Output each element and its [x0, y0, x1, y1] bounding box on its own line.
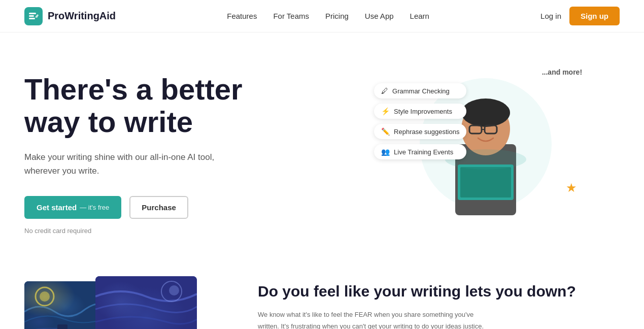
hero-illustration: 🖊 Grammar Checking ⚡ Style Improvements …	[352, 63, 620, 236]
nav-actions: Log in Sign up	[540, 7, 620, 25]
svg-rect-1	[29, 15, 34, 17]
login-link[interactable]: Log in	[540, 12, 561, 20]
svg-rect-5	[460, 167, 511, 198]
logo-text: ProWritingAid	[48, 10, 116, 22]
nav-features[interactable]: Features	[227, 12, 257, 20]
style-icon: ⚡	[381, 107, 390, 115]
navbar: ProWritingAid Features For Teams Pricing…	[0, 0, 644, 32]
grammar-icon: 🖊	[381, 87, 388, 95]
hero-subtitle: Make your writing shine with our all-in-…	[24, 150, 238, 178]
free-label: — it's free	[80, 204, 109, 211]
nav-links: Features For Teams Pricing Use App Learn	[227, 12, 429, 21]
svg-point-13	[36, 287, 54, 306]
get-started-label: Get started	[37, 203, 77, 212]
hero-buttons: Get started — it's free Purchase	[24, 196, 352, 219]
nav-pricing[interactable]: Pricing	[325, 12, 349, 20]
painting-card-2	[95, 276, 197, 329]
training-icon: 👥	[381, 148, 390, 156]
nav-learn[interactable]: Learn	[410, 12, 429, 20]
svg-point-18	[161, 281, 182, 302]
get-started-button[interactable]: Get started — it's free	[24, 196, 121, 219]
no-credit-text: No credit card required	[24, 227, 352, 235]
pill-style-label: Style Improvements	[394, 108, 452, 115]
pill-grammar: 🖊 Grammar Checking	[374, 83, 466, 98]
person-container: 🖊 Grammar Checking ⚡ Style Improvements …	[404, 63, 567, 225]
pill-training-label: Live Training Events	[394, 148, 453, 156]
section2-title-text: Do you feel like your writing lets you d…	[258, 283, 576, 300]
svg-rect-17	[95, 276, 197, 329]
feature-pills: 🖊 Grammar Checking ⚡ Style Improvements …	[374, 83, 466, 159]
nav-use-app[interactable]: Use App	[365, 12, 394, 20]
section2: My idea in my head Do you feel like your…	[0, 256, 644, 329]
logo-link[interactable]: ProWritingAid	[24, 7, 116, 25]
section2-image: My idea in my head	[24, 256, 227, 329]
pill-rephrase-label: Rephrase suggestions	[394, 128, 459, 136]
svg-point-19	[169, 285, 179, 295]
section2-description: We know what it's like to feel the FEAR …	[258, 309, 491, 329]
purchase-button[interactable]: Purchase	[129, 196, 188, 219]
section2-title: Do you feel like your writing lets you d…	[258, 281, 620, 301]
nav-for-teams[interactable]: For Teams	[273, 12, 309, 20]
hero-title: There's a better way to write	[24, 73, 352, 138]
signup-button[interactable]: Sign up	[569, 7, 620, 25]
svg-rect-2	[29, 18, 35, 19]
section2-text: Do you feel like your writing lets you d…	[258, 281, 620, 329]
hero-title-line2: way to write	[24, 105, 193, 138]
svg-point-14	[40, 291, 50, 302]
pill-rephrase: ✏️ Rephrase suggestions	[374, 124, 466, 139]
svg-point-7	[461, 98, 510, 127]
more-label: ...and more!	[542, 68, 582, 76]
svg-rect-0	[29, 13, 36, 14]
pill-style: ⚡ Style Improvements	[374, 104, 466, 119]
logo-icon	[24, 7, 43, 25]
pill-grammar-label: Grammar Checking	[392, 87, 450, 95]
star-icon: ★	[566, 181, 577, 195]
svg-rect-16	[57, 324, 67, 329]
pill-training: 👥 Live Training Events	[374, 144, 466, 159]
rephrase-icon: ✏️	[381, 127, 390, 136]
hero-left: There's a better way to write Make your …	[24, 63, 352, 235]
hero-section: There's a better way to write Make your …	[0, 32, 644, 256]
hero-title-line1: There's a better	[24, 73, 243, 106]
painting-svg-2	[95, 276, 197, 329]
